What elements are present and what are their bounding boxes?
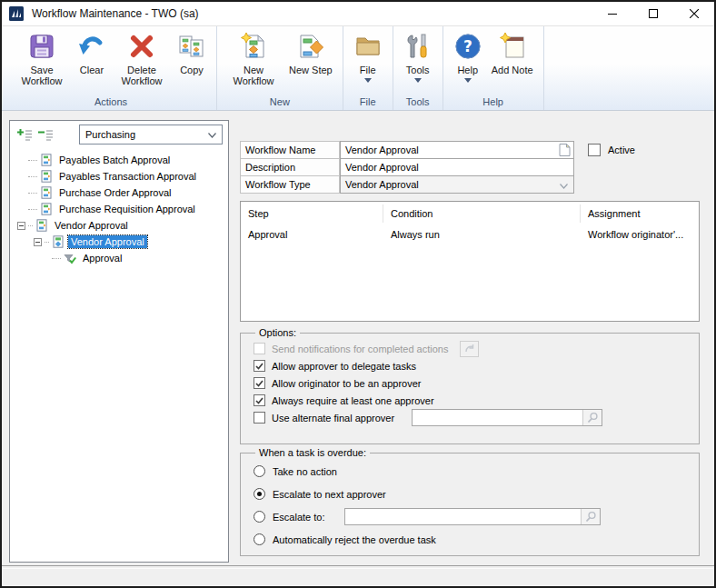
lookup-icon [587,412,599,424]
tree-item-approval-step[interactable]: Approval [10,250,228,266]
expand-all-icon [17,129,32,141]
column-header-step: Step [241,204,383,223]
originator-approver-checkbox[interactable] [254,377,265,389]
escalate-next-radio[interactable] [254,488,265,500]
table-row[interactable]: Approval Always run Workflow originator'… [241,225,699,244]
tree-item-vendor-approval-root[interactable]: Vendor Approval [10,217,228,234]
take-no-action-radio[interactable] [254,465,265,477]
escalate-next-label: Escalate to next approver [273,489,386,500]
overdue-auto-reject: Automatically reject the overdue task [254,528,690,551]
check-icon [255,380,264,387]
copy-pages-icon [177,32,206,61]
description-field[interactable]: Vendor Approval [340,158,574,176]
new-step-label: New Step [289,65,333,75]
toolbar-group-actions: Save Workflow Clear Delete Workflow [5,26,217,110]
tree-connector [28,225,33,226]
lookup-icon [585,511,597,523]
window-title: Workflow Maintenance - TWO (sa) [32,7,199,20]
send-notifications-checkbox [254,343,265,354]
collapse-all-button[interactable] [38,129,53,141]
copy-button[interactable]: Copy [174,29,210,75]
toolbar-group-file-label: File [349,95,387,110]
auto-reject-label: Automatically reject the overdue task [273,534,436,545]
workflow-doc-icon [40,186,53,199]
add-note-button[interactable]: Add Note [488,29,537,75]
new-step-button[interactable]: New Step [285,29,336,75]
tree-item-payables-transaction-approval[interactable]: Payables Transaction Approval [10,168,228,184]
file-menu-button[interactable]: File [350,29,386,83]
tools-menu-button[interactable]: Tools [400,29,436,83]
escalate-to-lookup-button[interactable] [581,509,600,524]
approval-step-icon [64,252,76,264]
maximize-button[interactable] [632,2,673,25]
workflow-doc-icon [40,154,53,166]
workflow-name-field[interactable]: Vendor Approval [340,141,574,159]
tree-expander-collapse[interactable] [17,222,25,230]
escalate-to-input[interactable] [345,509,582,524]
workflow-type-dropdown: Vendor Approval [340,175,574,194]
close-button[interactable] [673,2,714,25]
help-menu-button[interactable]: ? Help [450,29,486,83]
toolbar-group-new-label: New [223,95,337,110]
option-allow-delegate: Allow approver to delegate tasks [254,357,690,374]
save-workflow-button[interactable]: Save Workflow [12,29,72,86]
ribbon-toolbar: Save Workflow Clear Delete Workflow [2,25,714,111]
workflow-form: Workflow Name Vendor Approval Descriptio… [240,141,585,194]
alternate-approver-label: Use alternate final approver [272,413,394,424]
workflow-maintenance-window: Workflow Maintenance - TWO (sa) [0,0,716,588]
expand-all-button[interactable] [17,129,32,141]
alternate-approver-checkbox[interactable] [254,412,265,424]
tree-item-purchase-requisition-approval[interactable]: Purchase Requisition Approval [10,201,228,217]
workflow-name-value: Vendor Approval [345,145,419,155]
expansion-icon [464,344,475,354]
minimize-button[interactable] [592,2,632,25]
new-step-icon [296,32,325,61]
chevron-down-icon [364,78,372,83]
column-header-assignment: Assignment [581,208,699,219]
auto-reject-radio[interactable] [254,533,265,545]
tree-item-payables-batch-approval[interactable]: Payables Batch Approval [10,152,228,168]
alternate-approver-input[interactable] [413,410,583,425]
tree-item-label: Payables Transaction Approval [56,170,199,183]
chevron-down-icon [414,78,422,83]
chevron-down-icon [208,133,216,138]
active-checkbox[interactable] [588,144,601,156]
steps-table-header: Step Condition Assignment [241,202,699,225]
tree-connector [28,209,37,210]
workflow-doc-icon [35,219,48,232]
tree-expander-collapse[interactable] [34,238,42,246]
record-note-button[interactable] [556,143,572,157]
tree-item-vendor-approval-workflow[interactable]: Vendor Approval [10,234,228,250]
category-dropdown[interactable]: Purchasing [79,125,223,145]
require-one-approver-checkbox[interactable] [254,394,265,406]
delete-workflow-button[interactable]: Delete Workflow [112,29,172,86]
save-workflow-label: Save Workflow [15,65,68,86]
options-legend: Options: [255,327,300,338]
workflow-doc-icon [40,170,53,183]
svg-text:?: ? [463,37,472,55]
toolbar-group-tools: Tools Tools [393,26,443,110]
save-icon [27,32,56,61]
cell-assignment: Workflow originator'... [581,229,699,240]
active-label: Active [608,145,635,155]
clear-button[interactable]: Clear [74,29,110,75]
undo-icon [77,32,106,61]
escalate-to-field-wrap [344,508,601,525]
workflow-type-label: Workflow Type [240,175,340,194]
alternate-approver-lookup-button[interactable] [582,410,602,425]
escalate-to-radio[interactable] [254,511,265,523]
overdue-legend: When a task is overdue: [255,447,370,458]
tree-connector [52,258,61,259]
chevron-down-icon [560,184,568,189]
allow-delegate-checkbox[interactable] [254,360,265,372]
option-alternate-approver: Use alternate final approver [254,409,690,426]
tree-item-purchase-order-approval[interactable]: Purchase Order Approval [10,184,228,201]
take-no-action-label: Take no action [273,466,337,477]
escalate-to-label: Escalate to: [273,512,324,523]
tree-connector [28,193,37,194]
tools-menu-label: Tools [406,65,430,75]
new-workflow-button[interactable]: New Workflow [224,29,283,86]
note-icon [559,144,571,156]
new-workflow-icon [239,32,268,61]
tree-item-label: Approval [80,252,124,264]
